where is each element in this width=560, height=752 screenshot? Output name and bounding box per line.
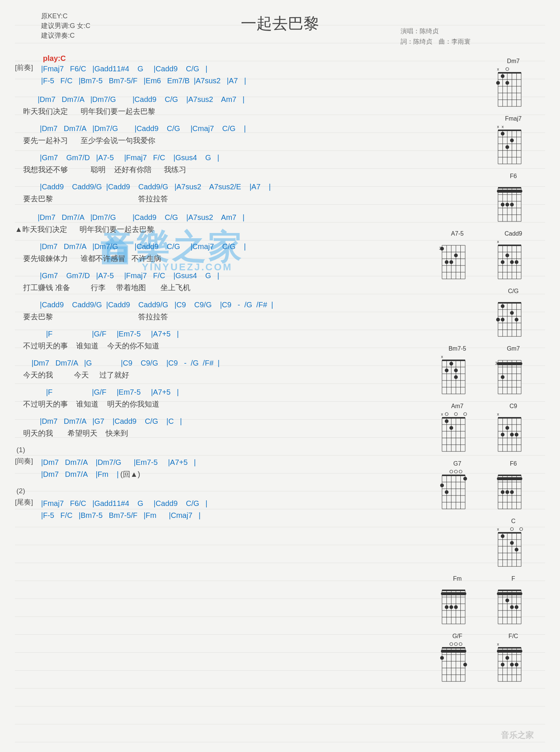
- chord-diagram-svg: [493, 469, 526, 510]
- svg-point-68: [449, 260, 453, 264]
- svg-point-168: [510, 433, 514, 436]
- chord-line: |Cadd9 Cadd9/G |Cadd9 Cadd9/G |C9 C9/G |…: [15, 299, 373, 311]
- chord-diagram-f: F: [493, 575, 534, 625]
- chord-diagrams-column: Dm7xFmaj7xxF6A7-53Cadd9xC/GBm7-5xGm73Am7…: [418, 58, 534, 690]
- chord-name-label: F6: [493, 460, 534, 467]
- chord-name-label: Cadd9: [493, 230, 534, 237]
- lyric-line: 昨天我们决定 明年我们要一起去巴黎: [15, 105, 373, 117]
- lyric-line: ▲昨天我们决定 明年我们要一起去巴黎: [15, 223, 373, 235]
- lyric-line: 要先锻鍊体力 谁都不许感冒 不许生病: [15, 252, 373, 264]
- chord-line: |F-5 F/C |Bm7-5 Bm7-5/F |Em6 Em7/B |A7su…: [41, 77, 246, 85]
- chord-diagram-row: Fmaj7xx: [418, 115, 534, 165]
- svg-text:x: x: [497, 527, 499, 531]
- chord-name-label: C/G: [493, 288, 534, 295]
- chord-diagram-row: A7-53Cadd9x: [418, 230, 534, 280]
- chord-diagram-svg: [493, 296, 526, 337]
- chord-diagram-row: G7F6: [418, 460, 534, 510]
- chord-name-label: F: [493, 575, 534, 582]
- svg-rect-250: [497, 592, 522, 595]
- chord-name-label: Am7: [437, 403, 478, 410]
- credits: 演唱：陈绮贞 詞：陈绮贞 曲：李雨寰: [401, 26, 470, 47]
- svg-point-35: [505, 145, 509, 149]
- chord-line: |Gm7 Gm7/D |A7-5 |Fmaj7 F/C |Gsus4 G |: [15, 270, 373, 282]
- svg-point-136: [445, 413, 448, 416]
- svg-point-235: [445, 605, 448, 609]
- svg-point-100: [496, 318, 500, 321]
- svg-point-137: [454, 413, 457, 416]
- chord-diagram-f6: F6: [493, 460, 534, 510]
- svg-point-187: [445, 490, 448, 494]
- chord-diagram-c9: C9x: [493, 403, 534, 452]
- svg-point-33: [501, 132, 504, 136]
- lyric-line: 不过明天的事 谁知道 今天的你不知道: [15, 340, 373, 352]
- chord-diagram-gf: G/F: [437, 633, 478, 682]
- outro-label: [尾奏]: [15, 497, 41, 507]
- svg-point-251: [505, 599, 509, 602]
- chord-diagram-svg: xx: [493, 124, 526, 165]
- singer: 陈绮贞: [420, 28, 439, 35]
- chord-diagram-c: Cx: [493, 518, 534, 567]
- chord-diagram-g7: G7: [437, 460, 478, 510]
- svg-point-49: [501, 203, 504, 206]
- chord-diagram-cg: C/G: [493, 288, 534, 337]
- svg-point-101: [501, 318, 504, 321]
- chord-diagram-svg: [437, 584, 470, 625]
- lyric-line: 要去巴黎 答拉拉答: [15, 193, 373, 205]
- svg-point-237: [454, 605, 458, 609]
- chord-name-label: A7-5: [437, 230, 478, 237]
- chord-name-label: Fm: [437, 575, 478, 582]
- chord-sheet-page: 原KEY:C 建议男调:G 女:C 建议弹奏:C 一起去巴黎 演唱：陈绮贞 詞：…: [15, 7, 545, 745]
- chord-diagram-bm75: Bm7-5x: [437, 345, 478, 395]
- singer-label: 演唱：: [401, 28, 420, 35]
- svg-point-252: [510, 605, 514, 609]
- svg-point-118: [454, 375, 458, 379]
- chord-name-label: Dm7: [493, 58, 534, 65]
- chord-name-label: G/F: [437, 633, 478, 640]
- chord-line: |F |G/F |Em7-5 |A7+5 |: [15, 328, 373, 340]
- chord-line: |Dm7 Dm7/A |Fm |: [41, 470, 119, 478]
- chord-line: |Dm7 Dm7/A |Dm7/G |Cadd9 C/G |Cmaj7 C/G …: [15, 240, 373, 252]
- chord-diagram-fmaj7: Fmaj7xx: [493, 115, 534, 165]
- chord-diagram-row: Cx: [418, 518, 534, 567]
- chord-name-label: Gm7: [493, 345, 534, 352]
- chord-line: |Gm7 Gm7/D |A7-5 |Fmaj7 F/C |Gsus4 G |: [15, 152, 373, 164]
- svg-point-50: [505, 203, 509, 206]
- chord-line: |Dm7 Dm7/A |Dm7/G |Cadd9 C/G |A7sus2 Am7…: [15, 93, 373, 105]
- chord-line: |Dm7 Dm7/A |Dm7/G |Em7-5 |A7+5 |: [41, 458, 196, 466]
- svg-point-172: [459, 470, 462, 473]
- intro-label: [前奏]: [15, 63, 41, 72]
- chord-diagram-svg: [493, 584, 526, 625]
- chord-diagram-dm7: Dm7x: [493, 58, 534, 107]
- svg-point-166: [505, 426, 509, 430]
- svg-point-221: [515, 548, 519, 551]
- chord-diagram-svg: [493, 181, 526, 222]
- chord-line: |Fmaj7 F6/C |Gadd11#4 G |Cadd9 C/G |: [41, 499, 207, 507]
- svg-point-219: [501, 534, 504, 538]
- chord-diagram-fm: Fm: [437, 575, 478, 625]
- chord-diagram-svg: x: [437, 354, 470, 395]
- chord-diagram-svg: x: [493, 641, 526, 682]
- svg-text:x: x: [441, 412, 443, 416]
- chord-name-label: C9: [493, 403, 534, 410]
- svg-text:x: x: [497, 239, 499, 244]
- chord-diagram-svg: x: [493, 66, 526, 107]
- chord-diagram-svg: x: [437, 411, 470, 452]
- svg-point-98: [501, 304, 504, 308]
- svg-point-119: [454, 369, 458, 372]
- svg-point-205: [510, 528, 513, 531]
- interlude-label: [间奏]: [15, 456, 41, 466]
- svg-point-138: [464, 413, 467, 416]
- svg-point-85: [515, 260, 519, 264]
- svg-text:x: x: [497, 124, 499, 129]
- chord-diagram-svg: [437, 469, 470, 510]
- svg-point-170: [450, 470, 453, 473]
- svg-point-236: [449, 605, 453, 609]
- svg-point-253: [515, 605, 519, 609]
- svg-point-289: [501, 663, 504, 666]
- svg-point-3: [506, 68, 509, 71]
- chord-diagram-f6: F6: [493, 173, 534, 222]
- svg-text:x: x: [502, 124, 504, 129]
- section-number-1: (1): [16, 446, 373, 454]
- lyricist: 陈绮贞: [413, 38, 432, 45]
- lyric-line: 要先一起补习 至少学会说一句我爱你: [15, 134, 373, 146]
